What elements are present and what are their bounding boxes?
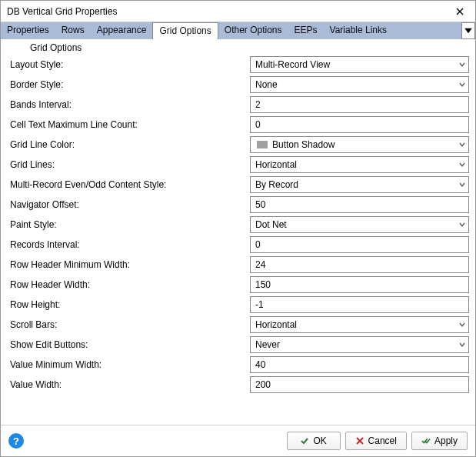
property-grid: Layout Style:Multi-Record ViewBorder Sty…	[7, 56, 469, 393]
apply-button[interactable]: Apply	[411, 432, 468, 450]
number-field[interactable]: 24	[250, 256, 469, 273]
prop-label: Row Header Width:	[7, 276, 250, 293]
footer-buttons: OK Cancel Apply	[287, 432, 468, 450]
field-value: Dot Net	[255, 219, 287, 230]
color-swatch	[257, 141, 268, 148]
dropdown[interactable]: Never	[250, 336, 469, 353]
caret-down-icon	[462, 25, 474, 37]
check-icon	[300, 436, 309, 445]
field-value: By Record	[255, 179, 298, 190]
dropdown[interactable]: Multi-Record View	[250, 56, 469, 73]
tab-other-options[interactable]: Other Options	[218, 22, 288, 39]
field-value: 40	[255, 359, 265, 370]
dropdown[interactable]: None	[250, 76, 469, 93]
prop-label: Navigator Offset:	[7, 196, 250, 213]
prop-label: Row Height:	[7, 296, 250, 313]
prop-field[interactable]: Button Shadow	[250, 136, 469, 153]
prop-field[interactable]: None	[250, 76, 469, 93]
prop-field[interactable]: 40	[250, 356, 469, 373]
field-value: 24	[255, 259, 265, 270]
number-field[interactable]: -1	[250, 296, 469, 313]
field-value: 150	[255, 279, 271, 290]
color-combo[interactable]: Button Shadow	[250, 136, 469, 153]
number-field[interactable]: 2	[250, 96, 469, 113]
section-header: Grid Options	[7, 41, 469, 56]
apply-label: Apply	[434, 435, 458, 446]
prop-label: Border Style:	[7, 76, 250, 93]
dropdown[interactable]: Horizontal	[250, 316, 469, 333]
field-value: -1	[255, 299, 264, 310]
tab-variable-links[interactable]: Variable Links	[324, 22, 393, 39]
field-value: None	[255, 79, 278, 90]
prop-field[interactable]: 2	[250, 96, 469, 113]
tabstrip: Properties Rows Appearance Grid Options …	[1, 22, 475, 39]
prop-label: Grid Lines:	[7, 156, 250, 173]
prop-label: Cell Text Maximum Line Count:	[7, 116, 250, 133]
prop-field[interactable]: Dot Net	[250, 216, 469, 233]
titlebar: DB Vertical Grid Properties	[1, 1, 475, 22]
close-button[interactable]	[451, 4, 469, 19]
field-value: Multi-Record View	[255, 59, 330, 70]
prop-field[interactable]: 24	[250, 256, 469, 273]
field-value: Button Shadow	[272, 139, 335, 150]
number-field[interactable]: 50	[250, 196, 469, 213]
prop-label: Value Minimum Width:	[7, 356, 250, 373]
prop-label: Scroll Bars:	[7, 316, 250, 333]
dropdown[interactable]: Horizontal	[250, 156, 469, 173]
tab-grid-options[interactable]: Grid Options	[152, 22, 218, 39]
number-field[interactable]: 40	[250, 356, 469, 373]
prop-field[interactable]: Horizontal	[250, 316, 469, 333]
field-value: Never	[255, 339, 280, 350]
field-value: 50	[255, 199, 265, 210]
prop-field[interactable]: By Record	[250, 176, 469, 193]
prop-field[interactable]: 0	[250, 236, 469, 253]
dropdown[interactable]: Dot Net	[250, 216, 469, 233]
number-field[interactable]: 150	[250, 276, 469, 293]
prop-label: Layout Style:	[7, 56, 250, 73]
prop-field[interactable]: 0	[250, 116, 469, 133]
field-value: 2	[255, 99, 261, 110]
prop-field[interactable]: Never	[250, 336, 469, 353]
prop-label: Multi-Record Even/Odd Content Style:	[7, 176, 250, 193]
prop-label: Row Header Minimum Width:	[7, 256, 250, 273]
x-icon	[355, 436, 364, 445]
prop-label: Paint Style:	[7, 216, 250, 233]
cancel-button[interactable]: Cancel	[345, 432, 407, 450]
svg-marker-2	[464, 28, 472, 33]
cancel-label: Cancel	[368, 435, 397, 446]
footer: ? OK Cancel Apply	[1, 425, 475, 456]
prop-field[interactable]: 200	[250, 376, 469, 393]
tab-properties[interactable]: Properties	[1, 22, 55, 39]
prop-label: Bands Interval:	[7, 96, 250, 113]
tab-eeps[interactable]: EEPs	[288, 22, 324, 39]
prop-field[interactable]: Horizontal	[250, 156, 469, 173]
field-value: Horizontal	[255, 159, 297, 170]
prop-label: Records Interval:	[7, 236, 250, 253]
prop-label: Show Edit Buttons:	[7, 336, 250, 353]
field-value: 0	[255, 119, 261, 130]
content-area: Grid Options Layout Style:Multi-Record V…	[1, 39, 475, 425]
prop-label: Value Width:	[7, 376, 250, 393]
number-field[interactable]: 200	[250, 376, 469, 393]
close-icon	[456, 8, 464, 15]
prop-field[interactable]: -1	[250, 296, 469, 313]
number-field[interactable]: 0	[250, 116, 469, 133]
ok-button[interactable]: OK	[287, 432, 341, 450]
prop-field[interactable]: Multi-Record View	[250, 56, 469, 73]
tab-overflow-button[interactable]	[461, 22, 475, 39]
field-value: 0	[255, 239, 261, 250]
help-button[interactable]: ?	[8, 433, 24, 449]
number-field[interactable]: 0	[250, 236, 469, 253]
window-title: DB Vertical Grid Properties	[7, 6, 117, 17]
field-value: 200	[255, 379, 271, 390]
double-check-icon	[421, 436, 431, 445]
tab-rows[interactable]: Rows	[55, 22, 91, 39]
prop-label: Grid Line Color:	[7, 136, 250, 153]
ok-label: OK	[313, 435, 326, 446]
field-value: Horizontal	[255, 319, 297, 330]
tab-appearance[interactable]: Appearance	[91, 22, 153, 39]
prop-field[interactable]: 50	[250, 196, 469, 213]
prop-field[interactable]: 150	[250, 276, 469, 293]
dropdown[interactable]: By Record	[250, 176, 469, 193]
